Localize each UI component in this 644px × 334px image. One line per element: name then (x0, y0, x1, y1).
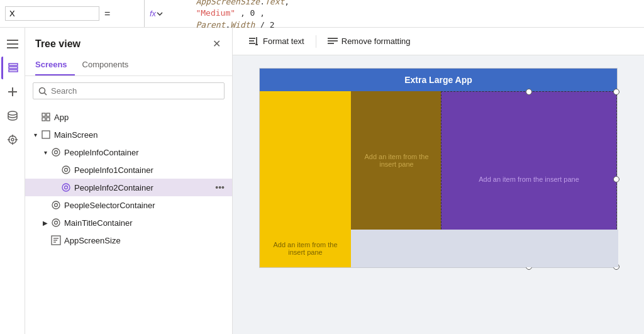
app-body: Add an item from the insert pane Add an … (260, 91, 617, 267)
app-canvas: Extra Large App Add an item from the ins… (259, 68, 618, 268)
panel-brown-text: Add an item from the insert pane (356, 153, 437, 168)
tree-search-box[interactable] (33, 82, 225, 99)
tab-screens[interactable]: Screens (35, 56, 75, 75)
node-label-peopleinfocontainer: PeopleInfoContainer (64, 148, 227, 157)
svg-point-27 (65, 186, 68, 189)
tree-panel: Tree view ✕ Screens Components App (25, 28, 233, 334)
add-icon (7, 86, 18, 97)
handle-right (613, 176, 619, 182)
tree-node-mainscreen[interactable]: ▾ MainScreen (25, 126, 232, 143)
container-icon-5 (50, 217, 62, 228)
remove-formatting-button[interactable]: Remove formatting (321, 33, 417, 50)
svg-rect-4 (9, 67, 18, 69)
svg-rect-17 (42, 113, 45, 116)
svg-point-28 (52, 201, 60, 209)
formula-bar: = fx Switch( AppScreenSize.Text, "Medium… (0, 0, 644, 28)
sidebar-item-hamburger[interactable] (1, 33, 24, 55)
fx-label: fx (150, 9, 156, 18)
svg-point-10 (11, 138, 14, 141)
panel-yellow-text: Add an item from the insert pane (265, 241, 346, 262)
sidebar-item-tools[interactable] (1, 128, 24, 151)
svg-point-30 (52, 219, 60, 226)
svg-rect-1 (7, 43, 18, 45)
data-icon (7, 110, 18, 121)
tree-node-peopleselector[interactable]: PeopleSelectorContainer (25, 196, 232, 214)
tools-icon (7, 134, 18, 145)
format-text-label: Format text (263, 36, 304, 46)
format-text-button[interactable]: Format text (243, 33, 311, 50)
panel-yellow: Add an item from the insert pane (260, 91, 351, 267)
formula-name-input[interactable] (5, 6, 99, 21)
search-input[interactable] (51, 86, 219, 96)
sidebar-icons (0, 28, 25, 334)
formula-name-box: = (0, 0, 145, 27)
layers-icon (8, 62, 19, 74)
canvas-area: Format text Remove formatting Extra Larg… (233, 28, 644, 334)
svg-rect-2 (7, 47, 18, 48)
node-label-mainscreen: MainScreen (54, 130, 227, 140)
svg-rect-5 (9, 70, 18, 72)
svg-rect-3 (9, 64, 18, 65)
svg-point-15 (40, 87, 45, 93)
svg-rect-19 (42, 118, 45, 121)
search-icon (38, 87, 47, 96)
expand-mainscreen: ▾ (30, 131, 40, 138)
svg-point-25 (65, 169, 68, 172)
sidebar-item-layers[interactable] (1, 57, 24, 79)
svg-rect-21 (42, 131, 50, 138)
node-menu-peopleinfo2[interactable]: ••• (213, 181, 227, 194)
container-icon-3 (60, 182, 72, 193)
node-label-peopleinfo2: PeopleInfo2Container (74, 183, 213, 192)
node-label-peopleinfo1: PeopleInfo1Container (74, 165, 227, 175)
svg-point-8 (8, 111, 17, 115)
app-icon (40, 111, 52, 123)
container-icon-1 (50, 147, 62, 158)
svg-point-26 (62, 184, 70, 191)
node-label-maintitlecontainer: MainTitleContainer (64, 218, 227, 228)
chevron-down-icon (156, 10, 164, 18)
tree-close-button[interactable]: ✕ (211, 36, 222, 51)
svg-point-23 (55, 151, 58, 154)
tree-node-peopleinfocontainer[interactable]: ▾ PeopleInfoContainer (25, 143, 232, 161)
tree-header: Tree view ✕ (25, 28, 232, 56)
main-content: Tree view ✕ Screens Components App (0, 28, 644, 334)
app-header-bar: Extra Large App (260, 69, 617, 91)
canvas-toolbar: Format text Remove formatting (233, 28, 644, 55)
tab-components[interactable]: Components (82, 56, 136, 75)
panel-brown: Add an item from the insert pane (351, 91, 442, 230)
tree-title: Tree view (35, 38, 80, 50)
node-label-peopleselector: PeopleSelectorContainer (64, 201, 227, 210)
tree-node-peopleinfo2[interactable]: PeopleInfo2Container ••• (25, 179, 232, 196)
tree-node-maintitlecontainer[interactable]: ▶ MainTitleContainer (25, 214, 232, 231)
svg-rect-18 (47, 113, 50, 116)
sidebar-item-data[interactable] (1, 104, 24, 127)
formula-equals: = (104, 8, 110, 19)
svg-point-22 (52, 148, 60, 156)
container-icon-2 (60, 164, 72, 175)
tree-tabs: Screens Components (25, 56, 232, 76)
remove-formatting-label: Remove formatting (341, 36, 411, 46)
sidebar-item-add[interactable] (1, 81, 24, 103)
tree-node-peopleinfo1[interactable]: PeopleInfo1Container (25, 161, 232, 179)
svg-line-16 (45, 92, 47, 95)
node-label-appscreensize: AppScreenSize (64, 236, 227, 245)
tree-node-appscreensize[interactable]: AppScreenSize (25, 231, 232, 249)
svg-point-24 (62, 166, 70, 174)
svg-point-31 (55, 221, 58, 225)
remove-formatting-icon (328, 37, 338, 46)
tree-node-app[interactable]: App (25, 108, 232, 126)
expand-peopleinfo: ▾ (40, 149, 50, 156)
svg-point-29 (55, 204, 58, 207)
text-icon (50, 235, 62, 246)
expand-maintitlecontainer: ▶ (40, 220, 50, 226)
canvas-viewport[interactable]: Extra Large App Add an item from the ins… (233, 55, 644, 334)
panel-gray (351, 230, 618, 267)
svg-rect-20 (47, 118, 50, 121)
container-icon-4 (50, 199, 62, 211)
hamburger-icon (7, 40, 18, 48)
tree-body: App ▾ MainScreen ▾ PeopleInfoContainer (25, 106, 232, 334)
toolbar-separator (316, 35, 316, 48)
formula-fx-button[interactable]: fx (145, 6, 169, 21)
node-label-app: App (54, 113, 227, 122)
screen-icon (40, 129, 52, 140)
